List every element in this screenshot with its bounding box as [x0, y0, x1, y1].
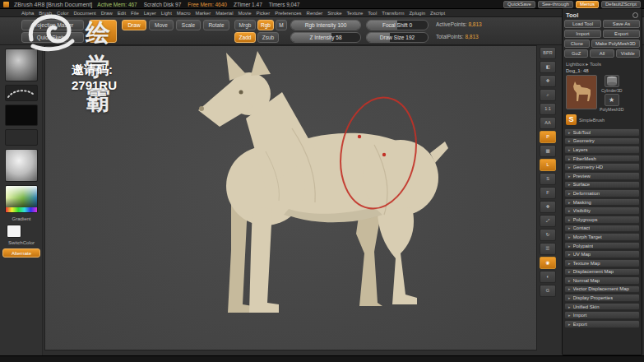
- tool-section-row[interactable]: ▸ UV Map: [564, 250, 640, 258]
- see-through-slider[interactable]: See-through: [538, 1, 573, 8]
- material-thumbnail[interactable]: [5, 149, 38, 182]
- quicksave-button[interactable]: QuickSave: [503, 1, 535, 8]
- hue-strip[interactable]: [6, 207, 37, 212]
- goz-button[interactable]: GoZ: [564, 49, 588, 58]
- lightbox-tools-label[interactable]: Lightbox ▸ Tools: [564, 59, 640, 67]
- texture-thumbnail[interactable]: [5, 129, 38, 146]
- projection-master-button[interactable]: Projection Master: [21, 20, 84, 30]
- menu-item[interactable]: Document: [73, 11, 95, 16]
- menu-item[interactable]: Material: [215, 11, 233, 16]
- alpha-thumbnail[interactable]: [5, 104, 38, 126]
- tool-section-row[interactable]: ▸ Surface: [564, 181, 640, 189]
- tool-section-row[interactable]: ▸ Layers: [564, 146, 640, 154]
- color-picker[interactable]: [5, 185, 38, 213]
- active-tool-thumbnail[interactable]: [566, 75, 597, 109]
- menus-button[interactable]: Menus: [576, 1, 599, 8]
- export-tool-button[interactable]: Export: [603, 30, 640, 38]
- menu-item[interactable]: Movie: [239, 11, 252, 16]
- menu-item[interactable]: Draw: [101, 11, 113, 16]
- nav-strip-icon[interactable]: ⌕: [540, 89, 556, 101]
- menu-item[interactable]: Edit: [118, 11, 126, 16]
- menu-item[interactable]: File: [131, 11, 139, 16]
- default-zscript-button[interactable]: DefaultZScript: [601, 1, 641, 8]
- tool-section-row[interactable]: ▸ Deformation: [564, 189, 640, 197]
- cylinder3d-thumbnail[interactable]: [605, 75, 619, 87]
- alternate-button[interactable]: Alternate: [2, 248, 40, 258]
- edit-button[interactable]: Edit: [89, 20, 117, 43]
- menu-item[interactable]: Marker: [195, 11, 211, 16]
- nav-strip-icon[interactable]: ✥: [540, 75, 556, 87]
- menu-item[interactable]: Zplugin: [409, 11, 425, 16]
- clone-button[interactable]: Clone: [564, 39, 590, 48]
- tool-section-row[interactable]: ▸ Visibility: [564, 207, 640, 215]
- tool-section-row[interactable]: ▸ Geometry HD: [564, 163, 640, 171]
- menu-item[interactable]: Color: [57, 11, 68, 16]
- rotate-button[interactable]: Rotate: [203, 20, 229, 30]
- nav-strip-icon[interactable]: BPR: [540, 47, 556, 59]
- tool-section-row[interactable]: ▸ Displacement Map: [564, 268, 640, 276]
- tool-section-row[interactable]: ▸ Polypaint: [564, 242, 640, 250]
- tool-section-row[interactable]: ▸ Polygroups: [564, 216, 640, 224]
- gradient-label[interactable]: Gradient: [0, 216, 43, 221]
- switch-color-swatch[interactable]: [7, 225, 21, 238]
- menu-item[interactable]: Alpha: [21, 11, 34, 16]
- menu-item[interactable]: Picker: [257, 11, 271, 16]
- tool-section-row[interactable]: ▸ Import: [564, 311, 640, 319]
- polymesh3d-thumbnail[interactable]: ★: [605, 94, 619, 106]
- rgb-intensity-slider[interactable]: Rgb Intensity 100: [290, 20, 361, 30]
- nav-strip-icon[interactable]: ▦: [540, 145, 556, 157]
- menu-item[interactable]: Render: [307, 11, 323, 16]
- menu-item[interactable]: Layer: [144, 11, 156, 16]
- nav-strip-icon[interactable]: P: [540, 131, 556, 143]
- nav-strip-icon[interactable]: ✥: [540, 201, 556, 213]
- make-polymesh3d-button[interactable]: Make PolyMesh3D: [591, 39, 640, 48]
- nav-strip-icon[interactable]: G: [540, 285, 556, 297]
- tool-section-row[interactable]: ▸ Vector Displacement Map: [564, 285, 640, 294]
- m-button[interactable]: M: [276, 20, 287, 30]
- nav-strip-icon[interactable]: AA: [540, 117, 556, 129]
- zsub-button[interactable]: Zsub: [257, 32, 279, 43]
- switchcolor-label[interactable]: SwitchColor: [0, 240, 43, 245]
- tool-section-row[interactable]: ▸ SubTool: [564, 128, 640, 137]
- menu-item[interactable]: Texture: [347, 11, 364, 16]
- nav-strip-icon[interactable]: F: [540, 187, 556, 199]
- move-button[interactable]: Move: [149, 20, 174, 30]
- stroke-type-thumbnail[interactable]: [5, 85, 38, 101]
- goz-visible-button[interactable]: Visible: [616, 49, 640, 58]
- mrgb-button[interactable]: Mrgb: [234, 20, 256, 30]
- tool-section-row[interactable]: ▸ Unified Skin: [564, 303, 640, 311]
- nav-strip-icon[interactable]: ◐: [540, 271, 556, 283]
- tool-section-row[interactable]: ▸ Morph Target: [564, 233, 640, 241]
- tool-section-row[interactable]: ▸ Preview: [564, 172, 640, 180]
- current-brush-thumbnail[interactable]: [5, 49, 38, 81]
- tool-section-row[interactable]: ▸ FiberMesh: [564, 155, 640, 163]
- menu-item[interactable]: Stroke: [327, 11, 341, 16]
- nav-strip-icon[interactable]: 1:1: [540, 103, 556, 115]
- menu-item[interactable]: Brush: [39, 11, 52, 16]
- tool-section-row[interactable]: ▸ Texture Map: [564, 259, 640, 267]
- menu-item[interactable]: Preferences: [275, 11, 301, 16]
- load-tool-button[interactable]: Load Tool: [564, 20, 601, 28]
- focal-shift-slider[interactable]: Focal Shift 0: [366, 20, 429, 30]
- nav-strip-icon[interactable]: ◉: [540, 257, 556, 269]
- goz-all-button[interactable]: All: [590, 49, 614, 58]
- zadd-button[interactable]: Zadd: [234, 32, 256, 43]
- tool-section-row[interactable]: ▸ Masking: [564, 198, 640, 207]
- z-intensity-slider[interactable]: Z Intensity 58: [290, 32, 361, 43]
- tool-section-row[interactable]: ▸ Export: [564, 320, 640, 328]
- menu-item[interactable]: Zscript: [430, 11, 445, 16]
- tool-section-row[interactable]: ▸ Geometry: [564, 137, 640, 146]
- nav-strip-icon[interactable]: L: [540, 159, 556, 171]
- rgb-button[interactable]: Rgb: [257, 20, 274, 30]
- document-canvas[interactable]: [44, 45, 537, 350]
- scale-button[interactable]: Scale: [176, 20, 201, 30]
- menu-item[interactable]: Transform: [382, 11, 404, 16]
- nav-strip-icon[interactable]: ⤢: [540, 215, 556, 227]
- import-tool-button[interactable]: Import: [564, 30, 601, 38]
- menu-item[interactable]: Light: [161, 11, 172, 16]
- menu-item[interactable]: Macro: [177, 11, 191, 16]
- menu-item[interactable]: Tool: [368, 11, 377, 16]
- nav-strip-icon[interactable]: S: [540, 173, 556, 185]
- simplebrush-thumbnail[interactable]: S: [566, 114, 577, 125]
- save-as-button[interactable]: Save As: [603, 20, 640, 28]
